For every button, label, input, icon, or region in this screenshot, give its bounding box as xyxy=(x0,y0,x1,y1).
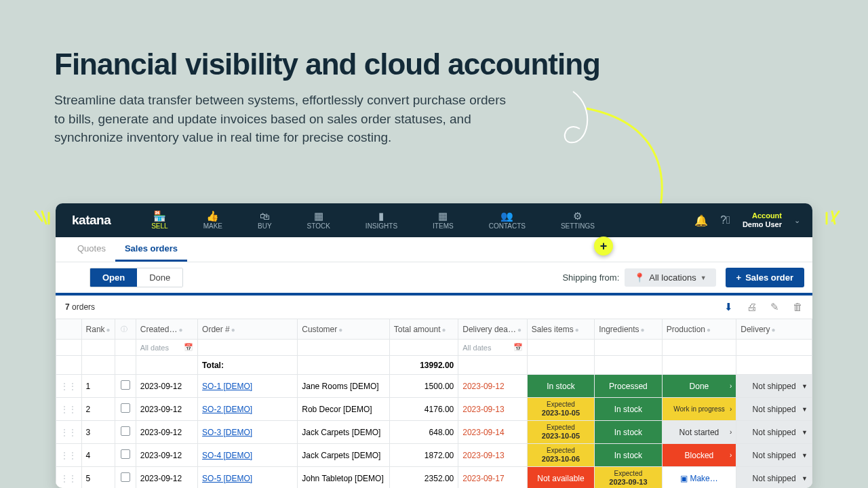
col-info: ⓘ xyxy=(115,319,136,340)
status-badge[interactable]: Not shipped▼ xyxy=(736,398,812,420)
filter-ing[interactable] xyxy=(595,340,662,356)
orders-count: 7 orders xyxy=(65,302,95,312)
filter-prod[interactable] xyxy=(662,340,736,356)
order-link[interactable]: SO-4 [DEMO] xyxy=(202,451,252,460)
col-total[interactable]: Total amount● xyxy=(389,319,458,340)
col-ingredients[interactable]: Ingredients● xyxy=(595,319,662,340)
status-badge[interactable]: Expected2023-10-05 xyxy=(528,421,594,443)
accent-right-icon xyxy=(823,209,843,232)
filter-ship[interactable] xyxy=(736,340,812,356)
cell-amount: 2352.00 xyxy=(389,467,458,489)
drag-handle-icon[interactable]: ⋮⋮ xyxy=(60,382,77,391)
col-customer[interactable]: Customer● xyxy=(298,319,390,340)
status-badge[interactable]: Expected2023-10-06 xyxy=(528,444,594,466)
status-badge[interactable]: In stock xyxy=(595,444,661,466)
plus-icon: + xyxy=(736,272,742,283)
status-badge[interactable]: Not shipped▼ xyxy=(736,467,812,488)
cell-amount: 1872.00 xyxy=(389,444,458,467)
status-badge[interactable]: Not shipped▼ xyxy=(736,444,812,466)
account-menu[interactable]: Account Demo User xyxy=(743,211,782,229)
nav-make[interactable]: 👍MAKE xyxy=(186,209,240,232)
drag-handle-icon[interactable]: ⋮⋮ xyxy=(60,474,77,483)
table-row: ⋮⋮22023-09-12SO-2 [DEMO]Rob Decor [DEMO]… xyxy=(56,398,812,421)
cell-customer: John Tabletop [DEMO] xyxy=(298,467,390,489)
drag-handle-icon[interactable]: ⋮⋮ xyxy=(60,405,77,414)
download-icon[interactable]: ⬇ xyxy=(724,301,733,313)
nav-icon: ▦ xyxy=(313,211,325,221)
status-badge[interactable]: Done› xyxy=(663,375,736,397)
add-button[interactable]: + xyxy=(594,237,613,256)
nav-icon: 👥 xyxy=(501,211,513,221)
chevron-down-icon[interactable]: ⌄ xyxy=(794,216,800,225)
row-checkbox[interactable] xyxy=(121,403,130,413)
status-badge[interactable]: Not available xyxy=(528,467,594,488)
status-badge[interactable]: Work in progress› xyxy=(663,398,736,420)
cell-customer: Jack Carpets [DEMO] xyxy=(298,444,390,467)
order-link[interactable]: SO-3 [DEMO] xyxy=(202,428,252,437)
col-production[interactable]: Production● xyxy=(662,319,736,340)
print-icon[interactable]: 🖨 xyxy=(747,301,757,313)
caret-down-icon: ▼ xyxy=(802,475,808,482)
status-badge[interactable]: Blocked› xyxy=(663,444,736,466)
cell-amount: 648.00 xyxy=(389,421,458,444)
cell-deadline: 2023-09-13 xyxy=(458,444,527,467)
caret-down-icon: ▼ xyxy=(802,452,808,459)
new-sales-order-button[interactable]: + Sales order xyxy=(726,268,804,287)
edit-icon[interactable]: ✎ xyxy=(770,301,779,313)
caret-down-icon: ▼ xyxy=(701,274,707,281)
col-delivery[interactable]: Delivery● xyxy=(736,319,812,340)
status-badge[interactable]: Expected2023-09-13 xyxy=(595,467,661,488)
status-badge[interactable]: ▣ Make… xyxy=(663,467,736,488)
order-link[interactable]: SO-5 [DEMO] xyxy=(202,474,252,483)
col-order[interactable]: Order #● xyxy=(198,319,298,340)
drag-handle-icon[interactable]: ⋮⋮ xyxy=(60,428,77,437)
col-sales-items[interactable]: Sales items● xyxy=(527,319,594,340)
tab-quotes[interactable]: Quotes xyxy=(68,237,115,262)
status-badge[interactable]: Expected2023-10-05 xyxy=(528,398,594,420)
filter-deadline[interactable]: All dates📅 xyxy=(462,343,522,352)
order-link[interactable]: SO-2 [DEMO] xyxy=(202,405,252,414)
status-badge[interactable]: Not shipped▼ xyxy=(736,375,812,397)
status-badge[interactable]: Not started› xyxy=(663,421,736,443)
toggle-done[interactable]: Done xyxy=(137,268,182,287)
drag-handle-icon[interactable]: ⋮⋮ xyxy=(60,451,77,460)
toggle-open[interactable]: Open xyxy=(90,268,137,287)
nav-sell[interactable]: 🏪SELL xyxy=(134,209,185,232)
nav-icon: ▮ xyxy=(375,211,387,221)
filter-sitems[interactable] xyxy=(527,340,594,356)
tab-sales-orders[interactable]: Sales orders xyxy=(115,237,187,262)
status-badge[interactable]: In stock xyxy=(595,398,661,420)
order-link[interactable]: SO-1 [DEMO] xyxy=(202,382,252,391)
delete-icon[interactable]: 🗑 xyxy=(793,301,803,313)
row-checkbox[interactable] xyxy=(121,380,130,390)
hero-title: Financial visibility and cloud accountin… xyxy=(54,47,814,81)
main-nav: 🏪SELL👍MAKE🛍BUY▦STOCK▮INSIGHTS▦ITEMS👥CONT… xyxy=(134,209,612,232)
filter-created[interactable]: All dates📅 xyxy=(140,343,193,352)
col-rank[interactable]: Rank● xyxy=(81,319,115,340)
filter-customer[interactable] xyxy=(298,340,390,356)
nav-contacts[interactable]: 👥CONTACTS xyxy=(471,209,543,232)
row-checkbox[interactable] xyxy=(121,472,130,482)
location-picker[interactable]: 📍 All locations ▼ xyxy=(625,268,715,287)
status-badge[interactable]: In stock xyxy=(528,375,594,397)
row-checkbox[interactable] xyxy=(121,426,130,436)
status-badge[interactable]: Not shipped▼ xyxy=(736,421,812,443)
nav-items[interactable]: ▦ITEMS xyxy=(415,209,471,232)
col-deadline[interactable]: Delivery dea…● xyxy=(458,319,527,340)
nav-settings[interactable]: ⚙SETTINGS xyxy=(543,209,612,232)
filter-total[interactable] xyxy=(389,340,458,356)
col-created[interactable]: Created…● xyxy=(136,319,197,340)
nav-stock[interactable]: ▦STOCK xyxy=(290,209,348,232)
cell-deadline: 2023-09-14 xyxy=(458,421,527,444)
status-badge[interactable]: Processed xyxy=(595,375,661,397)
help-icon[interactable]: ?⃝ xyxy=(720,214,730,226)
nav-insights[interactable]: ▮INSIGHTS xyxy=(348,209,415,232)
row-checkbox[interactable] xyxy=(121,449,130,459)
nav-label: BUY xyxy=(258,222,272,230)
bell-icon[interactable]: 🔔 xyxy=(694,214,708,227)
nav-buy[interactable]: 🛍BUY xyxy=(240,209,290,232)
cell-deadline: 2023-09-13 xyxy=(458,398,527,421)
nav-icon: ⚙ xyxy=(572,211,584,221)
status-badge[interactable]: In stock xyxy=(595,421,661,443)
filter-order[interactable] xyxy=(198,340,298,356)
